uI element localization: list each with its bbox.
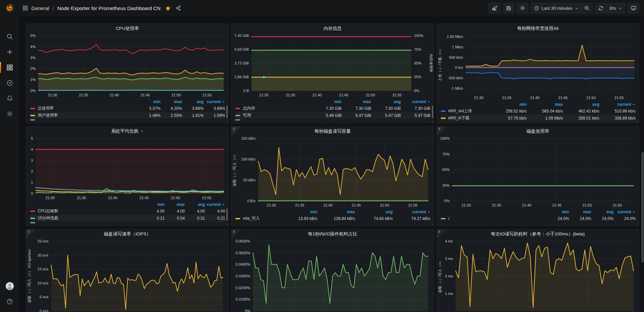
legend-sort-avg[interactable]: avg [185, 202, 205, 207]
chart-memory-info[interactable]: 0 B1.86 GiB3.73 GiB5.59 GiB7.45 GiB0%25%… [231, 33, 433, 99]
chart-io-latency[interactable]: 1 ms2 ms3 ms4 ms21:3021:3521:4021:4521:5… [437, 238, 639, 312]
panel-cpu-usage: CPU使用率 0%1%2%3%4%5%21:3021:3521:4021:452… [26, 24, 229, 123]
breadcrumb-folder[interactable]: General [31, 5, 49, 11]
panel-title-disk-iops[interactable]: 磁盘读写速率（IOPS） [26, 229, 228, 238]
svg-text:0%: 0% [414, 89, 419, 93]
sidebar-item-dashboards[interactable] [0, 60, 19, 75]
panel-title-cpu-usage[interactable]: CPU使用率 [26, 24, 228, 33]
panel-title-io-latency[interactable]: 每次IO读写的耗时（参考：小于100ms）(beta) [437, 229, 639, 238]
legend-sort-min[interactable]: min [280, 210, 317, 214]
legend-sort-current[interactable]: current [613, 210, 636, 214]
legend-series-name[interactable]: 可用 [243, 113, 312, 118]
legend-series-name[interactable]: eth0_in下载 [448, 115, 490, 121]
chart-cpu-usage[interactable]: 0%1%2%3%4%5%21:3021:3521:4021:4521:5021:… [26, 33, 228, 99]
legend-sort-avg[interactable]: avg [563, 102, 599, 107]
svg-text:21:55: 21:55 [408, 203, 418, 207]
legend-scrollbar[interactable] [432, 105, 433, 118]
legend-sort-current[interactable]: current [599, 102, 636, 107]
panel-disk-iops: i 磁盘读写速率（IOPS） 0 io/s5 io/s10 io/s15 io/… [26, 229, 229, 312]
legend-scrollbar[interactable] [226, 105, 228, 118]
legend-sort-current[interactable]: current [393, 210, 430, 214]
sidebar-item-explore[interactable] [0, 75, 19, 91]
sidebar-item-create[interactable] [0, 44, 19, 60]
chevron-down-icon [427, 100, 430, 103]
legend-series-name[interactable]: 总内存 [243, 105, 312, 111]
favorite-star-icon[interactable] [165, 5, 171, 11]
legend-sort-max[interactable]: max [569, 210, 591, 214]
legend-row: 总使用率3.37%4.20%3.66%3.68% [30, 105, 225, 112]
legend-sort-min[interactable]: min [144, 202, 164, 207]
series-color-dash[interactable] [441, 110, 446, 112]
series-color-dash[interactable] [235, 108, 240, 109]
chart-network-bandwidth[interactable]: -1 Mb/s-500 kb/s0 b/s500 kb/s1 Mb/s1.50 … [437, 33, 639, 101]
legend-sort-min[interactable]: min [547, 210, 569, 214]
legend-series-name[interactable]: / [448, 216, 547, 221]
panel-title-network-bandwidth[interactable]: 每秒网络带宽使用All [437, 24, 639, 33]
series-color-dash[interactable] [235, 218, 240, 219]
panel-title-disk-usage[interactable]: 磁盘使用率 [437, 127, 639, 136]
legend-series-name[interactable]: eth0_out上传 [448, 108, 490, 114]
refresh-interval-picker[interactable]: 30s [606, 3, 625, 13]
legend-sort-max[interactable]: max [164, 202, 185, 207]
refresh-button[interactable] [595, 3, 606, 13]
legend-sort-current[interactable]: current [203, 99, 225, 104]
chart-disk-usage[interactable]: 0%25%50%75%100%21:3021:3521:4021:4521:50… [437, 136, 639, 209]
share-icon[interactable] [176, 5, 181, 11]
legend-sort-min[interactable]: min [490, 102, 527, 107]
legend-sort-min[interactable]: min [139, 99, 160, 104]
legend-sort-current[interactable]: current [205, 202, 225, 207]
legend-sort-avg[interactable]: avg [591, 210, 613, 214]
legend-sort-avg[interactable]: avg [371, 99, 401, 104]
svg-text:0 B: 0 B [243, 89, 249, 93]
series-color-dash[interactable] [30, 115, 35, 116]
legend-sort-avg[interactable]: avg [355, 210, 393, 214]
series-color-dash[interactable] [441, 118, 446, 119]
series-color-dash[interactable] [235, 115, 240, 116]
sidebar-item-search[interactable] [0, 29, 19, 44]
panel-io-latency: i 每次IO读写的耗时（参考：小于100ms）(beta) 1 ms2 ms3 … [437, 229, 639, 312]
time-range-picker[interactable]: Last 30 minutes [531, 3, 581, 13]
save-dashboard-button[interactable] [503, 3, 514, 13]
page-scrollbar[interactable] [641, 152, 644, 263]
legend-sort-min[interactable]: min [312, 99, 342, 104]
add-panel-button[interactable] [489, 3, 500, 13]
series-color-dash[interactable] [30, 211, 35, 212]
chart-io-time-percent[interactable]: 0%0.0100%0.0200%0.0300%0.0400%0.0500%0.0… [231, 238, 433, 312]
svg-text:21:35: 21:35 [286, 93, 295, 97]
legend-sort-current[interactable]: current [401, 99, 430, 104]
sidebar-item-help[interactable] [0, 294, 19, 309]
legend-series-name[interactable]: vda_写入 [243, 216, 279, 221]
panel-title-disk-io-bytes[interactable]: 每秒磁盘读写容量 [231, 127, 433, 136]
series-color-dash[interactable] [441, 218, 446, 219]
legend-series-name[interactable]: 总使用率 [38, 105, 139, 111]
legend-value: 256.52 kb/s [490, 109, 527, 114]
svg-text:75%: 75% [442, 152, 450, 156]
zoom-out-time-button[interactable] [581, 3, 593, 13]
legend-series-name[interactable]: 用户使用率 [38, 113, 139, 118]
series-color-dash[interactable] [30, 218, 35, 219]
legend-sort-max[interactable]: max [160, 99, 182, 104]
panel-title-memory-info[interactable]: 内存信息 [231, 24, 433, 33]
grafana-logo[interactable] [0, 0, 19, 16]
legend-sort-max[interactable]: max [527, 102, 563, 107]
panel-title-system-load[interactable]: 系统平均负载 [26, 127, 228, 136]
svg-text:500 kb/s: 500 kb/s [449, 55, 463, 59]
legend-sort-avg[interactable]: avg [182, 99, 203, 104]
chart-system-load[interactable]: 01234521:3021:3521:4021:4521:5021:55 [26, 136, 228, 202]
dashboard-title[interactable]: Node Exporter for Prometheus Dashboard C… [58, 5, 161, 11]
legend-row-partial [30, 119, 225, 121]
legend-sort-max[interactable]: max [317, 210, 355, 214]
legend-sort-max[interactable]: max [342, 99, 371, 104]
dashboard-settings-button[interactable] [517, 3, 528, 13]
tv-mode-button[interactable] [628, 3, 639, 13]
legend-series-name[interactable]: 15分钟负载 [38, 215, 144, 221]
sidebar-item-alerting[interactable] [0, 91, 19, 106]
legend-series-name[interactable]: CPU总核数 [38, 208, 144, 214]
sidebar-item-configuration[interactable] [0, 106, 19, 122]
chart-disk-io-bytes[interactable]: 0 B/s50 kB/s100 kB/s150 kB/s21:3021:3521… [231, 136, 433, 209]
chart-disk-iops[interactable]: 0 io/s5 io/s10 io/s15 io/s20 io/s25 io/s… [26, 238, 228, 312]
legend-scrollbar[interactable] [226, 208, 228, 221]
sidebar-item-profile[interactable] [0, 278, 19, 294]
series-color-dash[interactable] [30, 108, 35, 109]
panel-title-io-time-percent[interactable]: 每1秒内I/O操作耗时占比 [231, 229, 433, 238]
